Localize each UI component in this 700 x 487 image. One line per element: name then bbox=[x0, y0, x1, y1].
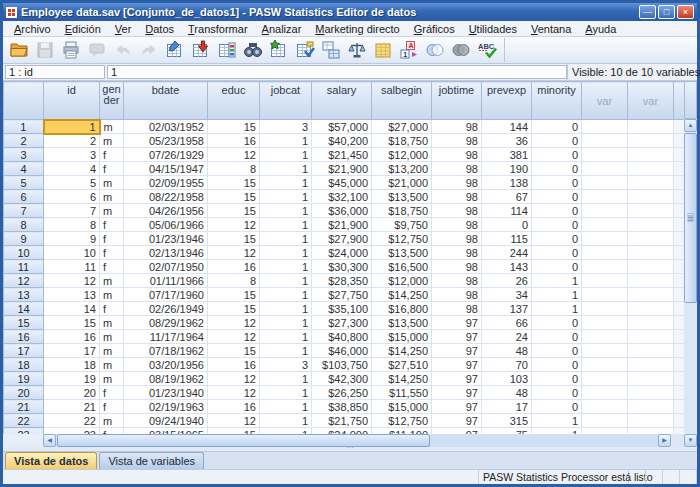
cell[interactable]: 02/19/1963 bbox=[124, 400, 208, 414]
empty-cell[interactable] bbox=[582, 344, 628, 358]
open-file-icon[interactable] bbox=[6, 38, 32, 62]
cell[interactable]: 05/06/1966 bbox=[124, 218, 208, 232]
insert-cases-icon[interactable] bbox=[266, 38, 292, 62]
cell[interactable]: 98 bbox=[432, 120, 482, 134]
cell[interactable]: 0 bbox=[532, 134, 582, 148]
cell[interactable]: 48 bbox=[482, 344, 532, 358]
cell[interactable]: 9 bbox=[44, 232, 100, 246]
cell[interactable]: 01/11/1966 bbox=[124, 274, 208, 288]
cell[interactable]: $14,250 bbox=[372, 288, 432, 302]
cell[interactable]: $27,000 bbox=[372, 120, 432, 134]
cell[interactable]: $16,500 bbox=[372, 260, 432, 274]
menu-datos[interactable]: Datos bbox=[138, 22, 181, 36]
cell[interactable]: 98 bbox=[432, 232, 482, 246]
cell[interactable]: 103 bbox=[482, 372, 532, 386]
cell[interactable]: 12 bbox=[208, 246, 260, 260]
cell[interactable]: $11,550 bbox=[372, 386, 432, 400]
select-cases-icon[interactable] bbox=[370, 38, 396, 62]
cell[interactable]: $18,750 bbox=[372, 134, 432, 148]
cell[interactable]: 2 bbox=[44, 134, 100, 148]
tab-vista-de-variables[interactable]: Vista de variables bbox=[99, 452, 204, 469]
cell[interactable]: $21,900 bbox=[312, 162, 372, 176]
cell[interactable]: 07/18/1962 bbox=[124, 344, 208, 358]
cell[interactable]: 114 bbox=[482, 204, 532, 218]
cell[interactable]: 15 bbox=[208, 344, 260, 358]
cell[interactable]: 138 bbox=[482, 176, 532, 190]
cell[interactable]: 98 bbox=[432, 246, 482, 260]
menu-marketing-directo[interactable]: Marketing directo bbox=[308, 22, 406, 36]
cell[interactable]: 0 bbox=[532, 246, 582, 260]
empty-cell[interactable] bbox=[628, 134, 674, 148]
cell[interactable]: 98 bbox=[432, 134, 482, 148]
cell[interactable]: 02/13/1946 bbox=[124, 246, 208, 260]
cell[interactable]: $21,900 bbox=[312, 218, 372, 232]
cell[interactable]: 0 bbox=[482, 218, 532, 232]
empty-cell[interactable] bbox=[582, 372, 628, 386]
cell[interactable]: 03/20/1956 bbox=[124, 358, 208, 372]
cell[interactable]: 0 bbox=[532, 120, 582, 134]
cell[interactable]: 3 bbox=[260, 358, 312, 372]
goto-case-icon[interactable] bbox=[162, 38, 188, 62]
cell[interactable]: 24 bbox=[482, 330, 532, 344]
cell[interactable]: 1 bbox=[260, 134, 312, 148]
menu-transformar[interactable]: Transformar bbox=[181, 22, 255, 36]
row-header[interactable]: 3 bbox=[4, 148, 44, 162]
cell[interactable]: 08/22/1958 bbox=[124, 190, 208, 204]
cell[interactable]: $24,000 bbox=[312, 246, 372, 260]
empty-cell[interactable] bbox=[582, 414, 628, 428]
cell[interactable]: 98 bbox=[432, 274, 482, 288]
cell[interactable]: 0 bbox=[532, 316, 582, 330]
cell[interactable]: 0 bbox=[532, 232, 582, 246]
cell[interactable]: 1 bbox=[260, 386, 312, 400]
cell[interactable]: f bbox=[100, 232, 124, 246]
cell[interactable]: 0 bbox=[532, 176, 582, 190]
cell[interactable]: $35,100 bbox=[312, 302, 372, 316]
variables-icon[interactable] bbox=[214, 38, 240, 62]
cell[interactable]: 02/03/1952 bbox=[124, 120, 208, 134]
empty-cell[interactable] bbox=[582, 204, 628, 218]
cell[interactable]: $36,000 bbox=[312, 204, 372, 218]
cell[interactable]: 1 bbox=[260, 372, 312, 386]
empty-cell[interactable] bbox=[628, 246, 674, 260]
cell[interactable]: 11/17/1964 bbox=[124, 330, 208, 344]
cell[interactable]: 02/07/1950 bbox=[124, 260, 208, 274]
row-header[interactable]: 22 bbox=[4, 414, 44, 428]
insert-variable-icon[interactable] bbox=[292, 38, 318, 62]
empty-cell[interactable] bbox=[582, 330, 628, 344]
empty-cell[interactable] bbox=[628, 218, 674, 232]
cell[interactable]: 0 bbox=[532, 344, 582, 358]
cell[interactable]: 67 bbox=[482, 190, 532, 204]
cell[interactable]: $21,450 bbox=[312, 148, 372, 162]
empty-cell[interactable] bbox=[628, 344, 674, 358]
scroll-down-button[interactable]: ▼ bbox=[684, 434, 697, 447]
cell[interactable]: 66 bbox=[482, 316, 532, 330]
menu-analizar[interactable]: Analizar bbox=[255, 22, 309, 36]
cell[interactable]: 0 bbox=[532, 358, 582, 372]
menu-utilidades[interactable]: Utilidades bbox=[462, 22, 524, 36]
cell[interactable]: 1 bbox=[260, 302, 312, 316]
cell[interactable]: $27,300 bbox=[312, 316, 372, 330]
cell[interactable]: 16 bbox=[208, 358, 260, 372]
cell[interactable]: 1 bbox=[44, 120, 100, 134]
cell[interactable]: 02/09/1955 bbox=[124, 176, 208, 190]
empty-cell[interactable] bbox=[582, 246, 628, 260]
cell[interactable]: 97 bbox=[432, 372, 482, 386]
cell[interactable]: 0 bbox=[532, 400, 582, 414]
cell[interactable]: 09/24/1940 bbox=[124, 414, 208, 428]
cell[interactable]: 15 bbox=[208, 232, 260, 246]
cell[interactable]: 16 bbox=[208, 260, 260, 274]
cell[interactable]: m bbox=[100, 190, 124, 204]
cell[interactable]: $15,000 bbox=[372, 400, 432, 414]
cell[interactable]: $12,750 bbox=[372, 414, 432, 428]
cell[interactable]: m bbox=[100, 288, 124, 302]
minimize-button[interactable]: — bbox=[639, 5, 656, 19]
row-header[interactable]: 1 bbox=[4, 120, 44, 134]
column-header-id[interactable]: id bbox=[44, 82, 100, 120]
cell[interactable]: 1 bbox=[532, 288, 582, 302]
cell[interactable]: 12 bbox=[208, 372, 260, 386]
cell[interactable]: m bbox=[100, 358, 124, 372]
row-header[interactable]: 18 bbox=[4, 358, 44, 372]
print-icon[interactable] bbox=[58, 38, 84, 62]
empty-cell[interactable] bbox=[582, 232, 628, 246]
cell[interactable]: 12 bbox=[44, 274, 100, 288]
